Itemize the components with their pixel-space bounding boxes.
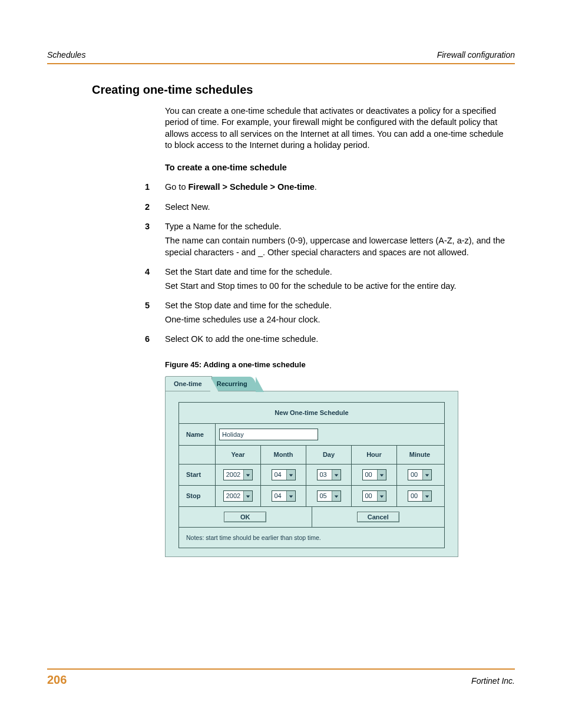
cancel-button[interactable]: Cancel <box>357 512 399 522</box>
page-header: Schedules Firewall configuration <box>47 50 515 64</box>
step-body: Select New. <box>165 202 510 216</box>
hour-select[interactable]: 00 <box>362 469 386 480</box>
col-day: Day <box>306 446 352 464</box>
chevron-down-icon <box>243 470 252 480</box>
step-line: One-time schedules use a 24-hour clock. <box>165 314 510 326</box>
minute-select[interactable]: 00 <box>408 490 432 502</box>
svg-marker-8 <box>379 495 383 498</box>
step-line: Set the Stop date and time for the sched… <box>165 300 510 312</box>
month-select[interactable]: 04 <box>272 490 296 502</box>
name-input[interactable] <box>219 429 318 440</box>
tab-one-time[interactable]: One-time <box>165 376 212 391</box>
figure-caption: Figure 45: Adding a one-time schedule <box>165 360 510 370</box>
schedule-row: Stop200204050000 <box>179 486 444 507</box>
nav-path: Firewall > Schedule > One-time <box>189 182 315 192</box>
page-footer: 206 Fortinet Inc. <box>47 668 515 687</box>
schedule-row: Start200204030000 <box>179 465 444 486</box>
chevron-down-icon <box>377 491 386 501</box>
row-label: Stop <box>179 486 216 506</box>
header-right: Firewall configuration <box>437 50 515 60</box>
step-line: Set the Start date and time for the sche… <box>165 266 510 278</box>
step-number: 5 <box>141 300 165 328</box>
minute-select[interactable]: 00 <box>408 469 432 480</box>
step-line: Select OK to add the one-time schedule. <box>165 334 510 345</box>
chevron-down-icon <box>422 470 431 480</box>
col-year: Year <box>216 446 261 464</box>
step-number: 1 <box>141 182 165 196</box>
schedule-panel: New One-time Schedule Name Year Month Da… <box>178 402 445 548</box>
step-body: Go to Firewall > Schedule > One-time. <box>165 182 510 196</box>
step: 1Go to Firewall > Schedule > One-time. <box>141 182 510 196</box>
step-line: Select New. <box>165 202 510 213</box>
hour-select[interactable]: 00 <box>362 490 386 502</box>
notes-text: Notes: start time should be earlier than… <box>179 528 444 548</box>
step-line: Go to Firewall > Schedule > One-time. <box>165 182 510 193</box>
step-number: 2 <box>141 202 165 216</box>
col-minute: Minute <box>397 446 442 464</box>
chevron-down-icon <box>286 470 295 480</box>
step-line: Type a Name for the schedule. <box>165 221 510 233</box>
svg-marker-2 <box>334 474 338 476</box>
row-label: Start <box>179 465 216 485</box>
step-number: 4 <box>141 266 165 294</box>
name-label: Name <box>179 424 216 445</box>
svg-marker-5 <box>246 495 250 498</box>
svg-marker-3 <box>379 474 383 476</box>
chevron-down-icon <box>243 491 252 501</box>
step: 6Select OK to add the one-time schedule. <box>141 334 510 348</box>
step: 5Set the Stop date and time for the sche… <box>141 300 510 328</box>
step-body: Set the Stop date and time for the sched… <box>165 300 510 328</box>
day-select[interactable]: 05 <box>317 490 341 502</box>
svg-marker-6 <box>289 495 292 498</box>
step-line: Set Start and Stop times to 00 for the s… <box>165 281 510 292</box>
step-number: 3 <box>141 221 165 261</box>
step: 4Set the Start date and time for the sch… <box>141 266 510 294</box>
day-select[interactable]: 03 <box>317 469 341 480</box>
header-left: Schedules <box>47 50 85 60</box>
step-body: Type a Name for the schedule.The name ca… <box>165 221 510 261</box>
ok-button[interactable]: OK <box>224 512 266 522</box>
svg-marker-7 <box>334 495 338 498</box>
chevron-down-icon <box>332 470 340 480</box>
month-select[interactable]: 04 <box>272 469 296 480</box>
chevron-down-icon <box>286 491 295 501</box>
chevron-down-icon <box>422 491 431 501</box>
chevron-down-icon <box>332 491 340 501</box>
year-select[interactable]: 2002 <box>223 469 253 480</box>
step-body: Set the Start date and time for the sche… <box>165 266 510 294</box>
year-select[interactable]: 2002 <box>223 490 253 502</box>
svg-marker-4 <box>425 474 429 476</box>
step-line: The name can contain numbers (0-9), uppe… <box>165 235 510 258</box>
steps-list: 1Go to Firewall > Schedule > One-time.2S… <box>141 182 510 348</box>
svg-marker-0 <box>246 474 250 476</box>
col-month: Month <box>261 446 306 464</box>
step: 2Select New. <box>141 202 510 216</box>
panel-title: New One-time Schedule <box>179 403 444 424</box>
svg-marker-1 <box>289 474 292 476</box>
schedule-ui: One-time Recurring New One-time Schedule… <box>165 375 458 557</box>
section-title: Creating one-time schedules <box>92 83 515 97</box>
company-name: Fortinet Inc. <box>471 676 515 686</box>
step-number: 6 <box>141 334 165 348</box>
lead-paragraph: You can create a one-time schedule that … <box>165 106 510 151</box>
page-number: 206 <box>47 673 67 687</box>
procedure-subhead: To create a one-time schedule <box>165 162 510 174</box>
col-hour: Hour <box>352 446 397 464</box>
svg-marker-9 <box>425 495 429 498</box>
tab-bar: One-time Recurring <box>165 375 458 391</box>
chevron-down-icon <box>377 470 386 480</box>
step-body: Select OK to add the one-time schedule. <box>165 334 510 348</box>
step: 3Type a Name for the schedule.The name c… <box>141 221 510 261</box>
